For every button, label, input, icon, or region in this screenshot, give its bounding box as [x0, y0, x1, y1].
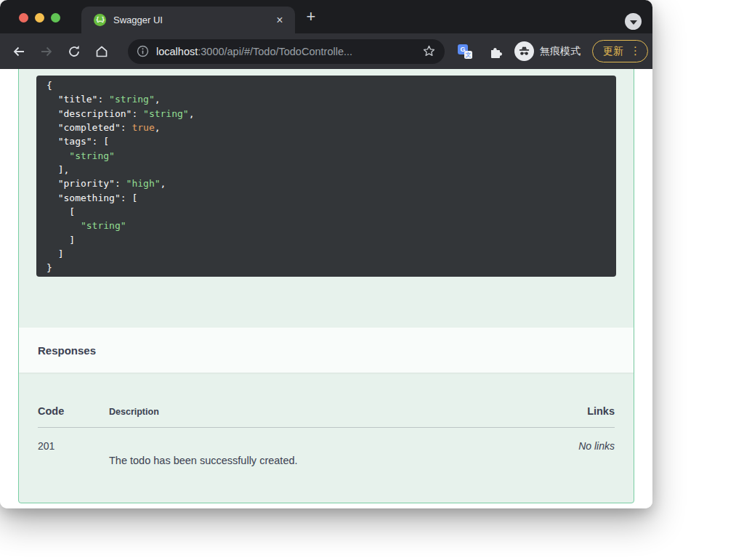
- kebab-menu-icon: ⋮: [630, 46, 641, 57]
- swagger-favicon-icon: {…}: [94, 14, 106, 26]
- back-arrow-icon: [12, 44, 26, 59]
- response-code: 201: [38, 440, 109, 466]
- swagger-page: { "title": "string", "description": "str…: [0, 69, 652, 508]
- tab-strip: {…} Swagger UI × +: [0, 0, 652, 33]
- back-button[interactable]: [10, 43, 28, 60]
- site-info-icon[interactable]: [137, 45, 149, 57]
- close-window-button[interactable]: [19, 13, 28, 23]
- url-text: localhost:3000/api/#/Todo/TodoControlle.…: [156, 46, 416, 57]
- forward-button: [38, 43, 55, 60]
- chevron-down-icon: [630, 20, 637, 25]
- responses-title: Responses: [38, 344, 96, 357]
- responses-section-header: Responses: [19, 328, 634, 373]
- home-icon: [94, 44, 109, 59]
- screen-canvas: {…} Swagger UI × + localhost:30: [0, 0, 744, 560]
- code-block: { "title": "string", "description": "str…: [36, 76, 616, 277]
- column-header-code: Code: [38, 405, 109, 417]
- post-operation-block: { "title": "string", "description": "str…: [18, 69, 634, 503]
- address-bar[interactable]: localhost:3000/api/#/Todo/TodoControlle.…: [128, 39, 445, 64]
- browser-toolbar: localhost:3000/api/#/Todo/TodoControlle.…: [0, 33, 652, 69]
- responses-table-header: Code Description Links: [38, 373, 615, 428]
- zoom-window-button[interactable]: [51, 13, 60, 23]
- puzzle-piece-icon: [488, 44, 503, 59]
- column-header-description: Description: [109, 407, 587, 417]
- tab-swagger-ui[interactable]: {…} Swagger UI ×: [81, 7, 295, 33]
- forward-arrow-icon: [39, 44, 54, 59]
- incognito-mode-label: 無痕模式: [540, 45, 581, 58]
- minimize-window-button[interactable]: [35, 13, 44, 23]
- window-controls: [19, 13, 60, 23]
- translate-cjk-icon: 文: [464, 51, 472, 59]
- translate-extension-button[interactable]: G 文: [458, 44, 472, 59]
- response-description: The todo has been successfully created.: [109, 440, 578, 466]
- star-icon: [422, 44, 436, 58]
- reload-button[interactable]: [65, 43, 83, 60]
- tab-close-icon[interactable]: ×: [273, 15, 286, 26]
- browser-window: {…} Swagger UI × + localhost:30: [0, 0, 652, 508]
- incognito-badge: [514, 41, 534, 61]
- column-header-links: Links: [587, 405, 615, 417]
- bookmark-star-button[interactable]: [422, 44, 436, 58]
- extensions-button[interactable]: [488, 44, 503, 59]
- reload-icon: [67, 44, 81, 59]
- table-row: 201 The todo has been successfully creat…: [38, 428, 615, 466]
- responses-table: Code Description Links 201 The todo has …: [38, 373, 615, 466]
- tab-title: Swagger UI: [113, 15, 163, 25]
- new-tab-button[interactable]: +: [302, 7, 320, 26]
- update-label: 更新: [603, 45, 623, 58]
- home-button[interactable]: [93, 43, 110, 60]
- tab-search-button[interactable]: [625, 13, 642, 30]
- response-links: No links: [578, 440, 615, 466]
- incognito-icon: [518, 45, 530, 57]
- chrome-update-menu-button[interactable]: 更新 ⋮: [592, 40, 648, 62]
